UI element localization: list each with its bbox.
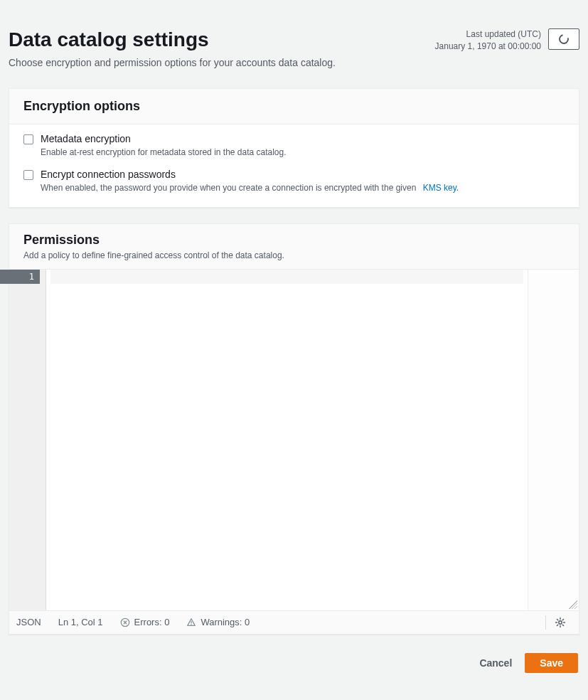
permissions-title: Permissions: [23, 233, 565, 248]
permissions-panel: Permissions Add a policy to define fine-…: [9, 223, 579, 635]
footer-actions: Cancel Save: [9, 650, 579, 676]
code-editor[interactable]: 1: [9, 270, 579, 611]
metadata-encryption-checkbox[interactable]: [23, 134, 33, 144]
metadata-encryption-label: Metadata encryption: [41, 133, 287, 144]
metadata-encryption-field: Metadata encryption Enable at-rest encry…: [23, 133, 565, 157]
error-icon: [120, 617, 130, 627]
refresh-icon: [557, 32, 570, 46]
encrypt-connection-passwords-desc: When enabled, the password you provide w…: [41, 183, 459, 193]
page-subtitle: Choose encryption and permission options…: [9, 57, 579, 68]
status-warnings-text: Warnings: 0: [201, 617, 250, 627]
status-warnings: Warnings: 0: [186, 617, 250, 627]
gear-icon[interactable]: [555, 617, 566, 628]
editor-statusbar: JSON Ln 1, Col 1 Errors: 0 Warnings: 0: [9, 611, 579, 634]
refresh-button[interactable]: [548, 28, 579, 50]
save-button[interactable]: Save: [525, 653, 578, 673]
status-lang: JSON: [16, 617, 41, 627]
status-errors: Errors: 0: [120, 617, 170, 627]
code-gutter: 1: [9, 270, 46, 610]
page-title: Data catalog settings: [9, 28, 209, 51]
cancel-button[interactable]: Cancel: [479, 657, 512, 669]
code-minimap: [528, 270, 579, 610]
status-errors-text: Errors: 0: [134, 617, 170, 627]
kms-key-link[interactable]: KMS key.: [423, 183, 459, 193]
code-text-area[interactable]: [46, 270, 528, 610]
warning-icon: [186, 617, 196, 627]
encrypt-connection-passwords-field: Encrypt connection passwords When enable…: [23, 169, 565, 193]
last-updated-value: January 1, 1970 at 00:00:00: [435, 41, 541, 53]
svg-point-5: [191, 624, 193, 625]
encrypt-connection-passwords-label: Encrypt connection passwords: [41, 169, 459, 180]
encrypt-connection-passwords-desc-text: When enabled, the password you provide w…: [41, 183, 416, 193]
gutter-line-1: 1: [0, 270, 40, 284]
last-updated-label: Last updated (UTC): [435, 28, 541, 41]
status-cursor-position: Ln 1, Col 1: [58, 617, 103, 627]
svg-point-6: [559, 620, 562, 623]
encryption-options-panel: Encryption options Metadata encryption E…: [9, 88, 579, 208]
encrypt-connection-passwords-checkbox[interactable]: [23, 170, 33, 180]
encryption-options-title: Encryption options: [23, 99, 565, 114]
resize-handle-icon[interactable]: [569, 600, 577, 609]
permissions-desc: Add a policy to define fine-grained acce…: [23, 250, 565, 260]
metadata-encryption-desc: Enable at-rest encryption for metadata s…: [41, 147, 287, 157]
